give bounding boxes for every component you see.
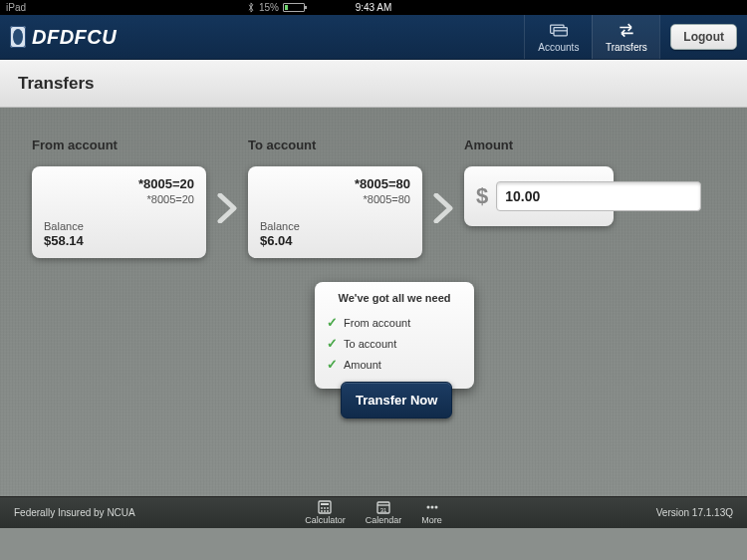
from-account-number: *8005=20 xyxy=(44,176,194,191)
svg-point-10 xyxy=(325,510,327,512)
svg-point-8 xyxy=(328,507,330,509)
amount-label: Amount xyxy=(464,138,614,152)
from-column: From account *8005=20 *8005=20 Balance $… xyxy=(32,138,206,258)
svg-point-7 xyxy=(325,507,327,509)
insured-text: Federally Insured by NCUA xyxy=(14,507,135,518)
svg-point-9 xyxy=(322,510,324,512)
transfers-icon xyxy=(617,22,636,40)
popover-item: ✓To account xyxy=(327,333,462,354)
footer-calculator[interactable]: Calculator xyxy=(305,500,346,525)
brand-text: DFDFCU xyxy=(32,26,117,49)
to-account-number: *8005=80 xyxy=(260,176,410,191)
from-balance-label: Balance xyxy=(44,220,84,232)
transfer-now-button[interactable]: Transfer Now xyxy=(341,382,452,419)
nav-items: Accounts Transfers xyxy=(524,15,659,59)
device-label: iPad xyxy=(6,2,26,13)
footer-calendar[interactable]: 31 Calendar xyxy=(366,500,402,525)
svg-point-17 xyxy=(434,506,437,509)
amount-column: Amount $ xyxy=(464,138,614,226)
battery-icon xyxy=(283,3,305,12)
popover-item-label: To account xyxy=(344,338,396,350)
confirmation-popover: We've got all we need ✓From account ✓To … xyxy=(315,282,474,389)
nav-transfers[interactable]: Transfers xyxy=(592,15,659,59)
to-label: To account xyxy=(248,138,422,152)
version-text: Version 17.1.13Q xyxy=(656,507,733,518)
content-area: From account *8005=20 *8005=20 Balance $… xyxy=(0,108,747,528)
bottom-bar: Federally Insured by NCUA Calculator 31 … xyxy=(0,496,747,528)
to-balance-value: $6.04 xyxy=(260,233,293,248)
nav-label: Accounts xyxy=(538,42,579,53)
svg-point-11 xyxy=(328,510,330,512)
svg-text:31: 31 xyxy=(380,507,387,513)
check-icon: ✓ xyxy=(327,336,338,351)
popover-item: ✓Amount xyxy=(327,354,462,375)
chevron-right-icon xyxy=(432,193,454,223)
logout-button[interactable]: Logout xyxy=(670,24,737,50)
from-account-sub: *8005=20 xyxy=(44,193,194,205)
brand: DFDFCU xyxy=(0,15,126,59)
from-account-card[interactable]: *8005=20 *8005=20 Balance $58.14 xyxy=(32,166,206,258)
amount-input[interactable] xyxy=(496,181,701,211)
page-title: Transfers xyxy=(18,74,95,94)
svg-point-16 xyxy=(430,506,433,509)
footer-item-label: Calculator xyxy=(305,515,346,525)
dollar-icon: $ xyxy=(476,183,488,209)
popover-list: ✓From account ✓To account ✓Amount xyxy=(327,312,462,375)
to-account-card[interactable]: *8005=80 *8005=80 Balance $6.04 xyxy=(248,166,422,258)
battery-percent: 15% xyxy=(259,2,279,13)
nav-label: Transfers xyxy=(606,42,647,53)
to-balance-label: Balance xyxy=(260,220,300,232)
top-nav: DFDFCU Accounts Transfers Logout xyxy=(0,15,747,60)
svg-rect-5 xyxy=(321,503,329,505)
svg-rect-2 xyxy=(554,27,567,35)
check-icon: ✓ xyxy=(327,357,338,372)
transfer-panel: From account *8005=20 *8005=20 Balance $… xyxy=(0,108,747,258)
check-icon: ✓ xyxy=(327,315,338,330)
chevron-right-icon xyxy=(216,193,238,223)
to-column: To account *8005=80 *8005=80 Balance $6.… xyxy=(248,138,422,258)
from-label: From account xyxy=(32,138,206,152)
popover-item-label: From account xyxy=(344,317,410,329)
brand-badge-icon xyxy=(10,26,26,48)
popover-item: ✓From account xyxy=(327,312,462,333)
footer-item-label: More xyxy=(421,515,442,525)
bluetooth-icon xyxy=(247,2,255,13)
svg-point-15 xyxy=(426,506,429,509)
page-header: Transfers xyxy=(0,60,747,108)
footer-item-label: Calendar xyxy=(366,515,402,525)
status-bar: iPad 9:43 AM 15% xyxy=(0,0,747,15)
cards-icon xyxy=(549,22,569,40)
from-balance-value: $58.14 xyxy=(44,233,84,248)
footer-more[interactable]: More xyxy=(421,500,442,525)
popover-item-label: Amount xyxy=(344,359,381,371)
nav-accounts[interactable]: Accounts xyxy=(524,15,592,59)
to-account-sub: *8005=80 xyxy=(260,193,410,205)
popover-title: We've got all we need xyxy=(327,292,462,304)
svg-point-6 xyxy=(322,507,324,509)
amount-card: $ xyxy=(464,166,614,226)
